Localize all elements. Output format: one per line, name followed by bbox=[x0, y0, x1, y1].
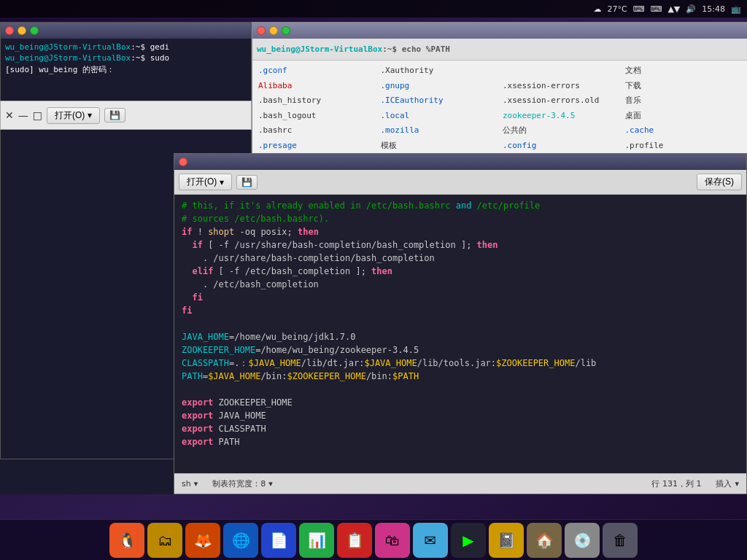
gedit-small-max[interactable]: □ bbox=[33, 109, 42, 121]
fm-item-zookeeper[interactable]: zookeeper-3.4.5 bbox=[500, 109, 622, 124]
gedit-titlebar[interactable] bbox=[174, 154, 746, 170]
top-bar: ☁ 27°C ⌨ ⌨ ▲▼ 🔊 15:48 📺 bbox=[0, 0, 747, 18]
gedit-small-close[interactable]: ✕ bbox=[5, 109, 14, 121]
firefox-icon: 🦊 bbox=[194, 532, 212, 549]
fm-item[interactable]: .bash_history bbox=[255, 93, 378, 109]
gedit-main-save-icon[interactable]: 💾 bbox=[236, 175, 258, 190]
fm-item-bashrc[interactable]: .bashrc bbox=[255, 123, 378, 139]
fm-item[interactable]: .xsession-errors bbox=[500, 79, 622, 94]
fm-item[interactable]: .Xauthority bbox=[378, 63, 500, 79]
fm-item-yinyue[interactable]: 音乐 bbox=[622, 93, 745, 109]
ubuntu-one-icon: 🛍 bbox=[385, 532, 400, 549]
weather-icon: ☁ bbox=[593, 4, 601, 14]
dock-ubuntu[interactable]: 🐧 bbox=[109, 523, 144, 558]
gedit-open-button[interactable]: 打开(O) ▾ bbox=[47, 107, 100, 124]
fm-close-button[interactable] bbox=[257, 26, 266, 35]
weather-temp: 27°C bbox=[607, 4, 627, 14]
file-manager-titlebar[interactable] bbox=[252, 23, 747, 39]
volume-icon: 🔊 bbox=[686, 4, 696, 14]
fm-item-zhuomian[interactable]: 桌面 bbox=[622, 109, 745, 124]
dock-firefox[interactable]: 🦊 bbox=[185, 523, 220, 558]
clock: 15:48 bbox=[702, 4, 725, 14]
files-icon: 🗂 bbox=[158, 532, 172, 549]
fm-item-config[interactable]: .config bbox=[500, 139, 622, 154]
fm-item[interactable]: .gnupg bbox=[378, 79, 500, 94]
dock-ubuntu-one[interactable]: 🛍 bbox=[375, 523, 410, 558]
fm-item-xiazai[interactable]: 下载 bbox=[622, 79, 745, 94]
dock-home-folder[interactable]: 🏠 bbox=[527, 523, 562, 558]
terminal-icon: ▶ bbox=[462, 532, 473, 549]
cursor-position: 行 131，列 1 bbox=[651, 478, 701, 489]
fm-item-presage[interactable]: .presage bbox=[255, 139, 378, 154]
taskbar: 🐧 🗂 🦊 🌐 📄 📊 📋 🛍 ✉ ▶ 📓 bbox=[0, 519, 747, 560]
gedit-save-button[interactable]: 保存(S) bbox=[697, 174, 742, 190]
fm-item[interactable]: .mozilla bbox=[378, 123, 500, 139]
minimize-button[interactable] bbox=[18, 26, 26, 35]
gedit-close-button[interactable] bbox=[179, 158, 187, 166]
dock-disk[interactable]: 💿 bbox=[565, 523, 600, 558]
gedit-main-toolbar: 打开(O) ▾ 💾 保存(S) bbox=[174, 170, 746, 195]
gedit-main-open-button[interactable]: 打开(O) ▾ bbox=[179, 174, 232, 190]
dock-files[interactable]: 🗂 bbox=[147, 523, 182, 558]
close-button[interactable] bbox=[5, 26, 14, 35]
dock-impress[interactable]: 📋 bbox=[337, 523, 372, 558]
gedit-small-min[interactable]: — bbox=[18, 109, 28, 121]
mail-icon: ✉ bbox=[425, 532, 437, 549]
fm-item-gonggong[interactable]: 公共的 bbox=[500, 123, 622, 139]
dock-mail[interactable]: ✉ bbox=[413, 523, 448, 558]
fm-toolbar: wu_being@JStorm-VirtualBox:~$ echo %PATH bbox=[252, 39, 747, 61]
impress-icon: 📋 bbox=[346, 532, 364, 549]
network-icon: ▲▼ bbox=[667, 4, 680, 14]
dock-writer[interactable]: 📄 bbox=[261, 523, 296, 558]
gedit-main-window: 打开(O) ▾ 💾 保存(S) # this, if it's already … bbox=[174, 153, 747, 494]
keyboard2-icon: ⌨ bbox=[650, 4, 662, 14]
gedit-status-bar: sh ▾ 制表符宽度：8 ▾ 行 131，列 1 插入 ▾ bbox=[174, 473, 746, 494]
chromium-icon: 🌐 bbox=[232, 532, 250, 549]
gedit-small-toolbar: ✕ — □ 打开(O) ▾ 💾 bbox=[0, 101, 252, 130]
fm-item-profile[interactable]: .profile bbox=[622, 139, 745, 154]
fm-item-cache[interactable]: .cache bbox=[622, 123, 745, 139]
dock-terminal[interactable]: ▶ bbox=[451, 523, 486, 558]
fm-item-wenzhang[interactable]: 文档 bbox=[622, 63, 745, 79]
fm-item[interactable]: .local bbox=[378, 109, 500, 124]
insert-mode-selector[interactable]: 插入 ▾ bbox=[716, 478, 739, 489]
dock-trash[interactable]: 🗑 bbox=[603, 523, 638, 558]
maximize-button[interactable] bbox=[30, 26, 39, 35]
system-tray: ☁ 27°C ⌨ ⌨ ▲▼ 🔊 15:48 📺 bbox=[593, 4, 741, 14]
desktop: ☁ 27°C ⌨ ⌨ ▲▼ 🔊 15:48 📺 wu_being@JStorm-… bbox=[0, 0, 747, 560]
tab-width[interactable]: 制表符宽度：8 ▾ bbox=[212, 478, 273, 489]
fm-minimize-button[interactable] bbox=[269, 26, 278, 35]
notes-icon: 📓 bbox=[498, 532, 516, 549]
fm-item[interactable] bbox=[500, 63, 622, 79]
fm-item[interactable]: .ICEauthority bbox=[378, 93, 500, 109]
home-icon: 🏠 bbox=[535, 532, 554, 549]
calc-icon: 📊 bbox=[308, 532, 326, 549]
dock-chromium[interactable]: 🌐 bbox=[223, 523, 258, 558]
fm-item-muban[interactable]: 模板 bbox=[378, 139, 500, 154]
disk-icon: 💿 bbox=[573, 532, 592, 549]
language-selector[interactable]: sh ▾ bbox=[182, 479, 198, 489]
fm-item-alibaba[interactable]: Alibaba bbox=[255, 79, 378, 94]
ubuntu-icon: 🐧 bbox=[118, 532, 136, 549]
monitor-icon: 📺 bbox=[731, 4, 741, 14]
gedit-code-editor[interactable]: # this, if it's already enabled in /etc/… bbox=[174, 195, 746, 473]
fm-maximize-button[interactable] bbox=[282, 26, 290, 35]
fm-prompt: wu_being@JStorm-VirtualBox:~$ echo %PATH bbox=[257, 44, 450, 54]
file-manager-window: wu_being@JStorm-VirtualBox:~$ echo %PATH… bbox=[252, 22, 747, 164]
trash-icon: 🗑 bbox=[613, 532, 627, 549]
dock-notes[interactable]: 📓 bbox=[489, 523, 524, 558]
gedit-save-icon-button[interactable]: 💾 bbox=[104, 108, 125, 122]
keyboard-icon: ⌨ bbox=[633, 4, 645, 14]
fm-item[interactable]: .xsession-errors.old bbox=[500, 93, 622, 109]
fm-item[interactable]: .bash_logout bbox=[255, 109, 378, 124]
terminal-bg-content: wu_being@JStorm-VirtualBox:~$ gedi wu_be… bbox=[1, 39, 251, 78]
fm-item[interactable]: .gconf bbox=[255, 63, 378, 79]
writer-icon: 📄 bbox=[270, 532, 288, 549]
dock-calc[interactable]: 📊 bbox=[299, 523, 334, 558]
terminal-bg-titlebar[interactable] bbox=[1, 23, 251, 39]
fm-content: .gconf .Xauthority 文档 Alibaba .gnupg .xs… bbox=[252, 61, 747, 163]
